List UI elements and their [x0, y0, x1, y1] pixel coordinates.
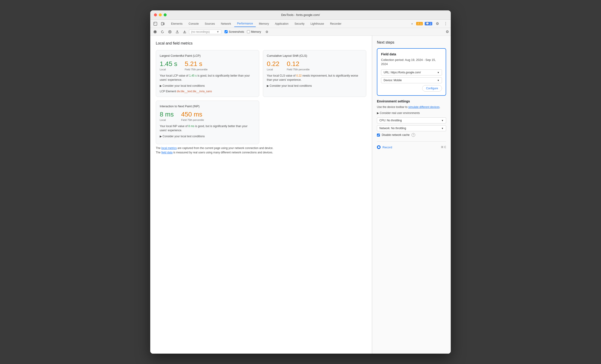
inp-toggle[interactable]: Consider your local test conditions [160, 135, 255, 138]
env-toggle[interactable]: Consider real user environments [377, 111, 446, 115]
svg-rect-0 [154, 22, 157, 25]
record-inner-icon [378, 146, 380, 148]
window-title: DevTools - fonts.google.com/ [281, 13, 320, 17]
inp-title: Interaction to Next Paint (INP) [160, 105, 255, 108]
tab-elements[interactable]: Elements [168, 21, 185, 27]
cls-field-label: Field 75th percentile [287, 68, 310, 71]
bottom-note-suffix: is measured by real users using many dif… [173, 151, 273, 154]
env-desc-suffix: . [440, 105, 440, 109]
upload-button[interactable] [174, 29, 180, 35]
devtools-window: DevTools - fonts.google.com/ Elements Co… [150, 10, 451, 354]
cpu-label: CPU: No throttling [380, 119, 402, 122]
tab-sources[interactable]: Sources [202, 21, 218, 27]
lcp-element-link[interactable]: div.tile__text.tile__inria_sans [177, 90, 212, 93]
warning-badge[interactable]: ⚠ 1 [416, 22, 423, 25]
lcp-toggle[interactable]: Consider your local test conditions [160, 84, 255, 88]
inp-desc-prefix: Your local INP value of [160, 125, 188, 128]
traffic-lights [154, 13, 167, 16]
top-metrics-grid: Largest Contentful Paint (LCP) 1.45 s Lo… [156, 50, 366, 97]
record-circle-icon [377, 145, 381, 149]
lcp-element-label: LCP Element [160, 90, 177, 93]
record-label: Record [382, 146, 392, 149]
more-options-button[interactable]: ⋮ [442, 20, 449, 27]
minimize-button[interactable] [159, 13, 162, 16]
dropdown-arrow-icon: ▼ [217, 30, 219, 33]
screenshots-checkbox-label[interactable]: Screenshots [225, 30, 244, 33]
svg-point-4 [154, 31, 156, 33]
url-label: URL: https://fonts.google.com/ [384, 71, 421, 74]
field-data-link[interactable]: field data [161, 151, 173, 154]
bottom-note-mid: are captured from the current page using… [177, 147, 273, 150]
inp-field-group: 450 ms Field 75th percentile [181, 111, 204, 121]
action-settings-icon[interactable]: ⚙ [446, 30, 449, 34]
recording-placeholder: (no recordings) [191, 30, 210, 33]
network-dropdown[interactable]: Network: No throttling ▼ [377, 125, 446, 131]
screenshots-label: Screenshots [229, 30, 244, 33]
disable-cache-checkbox[interactable] [377, 134, 380, 137]
tab-performance[interactable]: Performance [234, 20, 256, 27]
cls-local-label: Local [267, 68, 280, 71]
tab-application[interactable]: Application [272, 21, 291, 27]
clear-button[interactable] [167, 29, 173, 35]
svg-rect-1 [161, 22, 163, 25]
warning-icon: ⚠ [417, 22, 420, 25]
info-badge[interactable]: 💬 2 [425, 22, 432, 25]
record-button[interactable]: Record [377, 145, 392, 149]
lcp-local-label: Local [160, 68, 177, 71]
main-content: Local and field metrics Largest Contentf… [150, 36, 451, 354]
configure-btn-container: Configure [381, 85, 442, 92]
device-toggle-button[interactable] [160, 20, 166, 27]
reload-record-button[interactable] [160, 29, 165, 35]
url-dropdown[interactable]: URL: https://fonts.google.com/ ▼ [381, 69, 442, 75]
tab-recorder[interactable]: Recorder [327, 21, 344, 27]
lcp-field-value: 5.21 s [185, 60, 208, 68]
cls-field-group: 0.12 Field 75th percentile [287, 60, 310, 71]
tab-console[interactable]: Console [186, 21, 201, 27]
screenshots-checkbox[interactable] [225, 30, 228, 33]
configure-button[interactable]: Configure [422, 85, 442, 92]
tab-more-button[interactable]: » [410, 21, 415, 26]
record-section: Record ⌘ E [377, 141, 446, 149]
lcp-field-label: Field 75th percentile [185, 68, 208, 71]
bottom-note-prefix2: The [156, 151, 161, 154]
right-panel: Next steps Field data Collection period:… [372, 36, 451, 354]
maximize-button[interactable] [164, 13, 167, 16]
settings-button[interactable]: ⚙ [434, 20, 441, 27]
env-title: Environment settings [377, 99, 446, 103]
field-data-period: Collection period: Aug 19, 2024 - Sep 15… [381, 58, 442, 66]
cls-local-group: 0.22 Local [267, 60, 280, 71]
tab-lighthouse[interactable]: Lighthouse [308, 21, 327, 27]
env-settings-section: Environment settings Use the device tool… [377, 99, 446, 137]
lcp-desc-local: 1.45 s [189, 74, 197, 77]
cls-desc-local: 0.22 [296, 74, 302, 77]
lcp-title: Largest Contentful Paint (LCP) [160, 54, 255, 58]
tab-memory[interactable]: Memory [256, 21, 272, 27]
lcp-field-group: 5.21 s Field 75th percentile [185, 60, 208, 71]
memory-checkbox[interactable] [247, 30, 250, 33]
field-data-card: Field data Collection period: Aug 19, 20… [377, 48, 446, 96]
chat-icon: 💬 [426, 22, 429, 25]
recording-selector[interactable]: (no recordings) ▼ [189, 30, 221, 34]
more-settings-button[interactable]: ⚙ [264, 29, 270, 35]
cls-toggle[interactable]: Consider your local test conditions [267, 84, 362, 88]
tab-network[interactable]: Network [218, 21, 234, 27]
device-dropdown-arrow-icon: ▼ [437, 79, 440, 82]
inspector-button[interactable] [152, 20, 159, 27]
tab-security[interactable]: Security [292, 21, 307, 27]
action-bar: (no recordings) ▼ Screenshots Memory ⚙ ⚙ [150, 28, 451, 36]
device-dropdown[interactable]: Device: Mobile ▼ [381, 77, 442, 83]
lcp-values: 1.45 s Local 5.21 s Field 75th percentil… [160, 60, 255, 71]
inp-description: Your local INP value of 8 ms is good, bu… [160, 124, 255, 132]
local-metrics-link[interactable]: local metrics [161, 147, 177, 150]
close-button[interactable] [154, 13, 157, 16]
memory-checkbox-label[interactable]: Memory [247, 30, 261, 33]
inp-field-label: Field 75th percentile [181, 118, 204, 121]
info-count: 2 [430, 22, 431, 25]
svg-rect-2 [163, 23, 164, 25]
download-button[interactable] [182, 29, 188, 35]
simulate-devices-link[interactable]: simulate different devices [408, 105, 440, 109]
cpu-dropdown[interactable]: CPU: No throttling ▼ [377, 118, 446, 123]
lcp-card: Largest Contentful Paint (LCP) 1.45 s Lo… [156, 50, 259, 97]
help-icon[interactable]: ? [411, 133, 415, 137]
record-start-button[interactable] [152, 29, 158, 35]
